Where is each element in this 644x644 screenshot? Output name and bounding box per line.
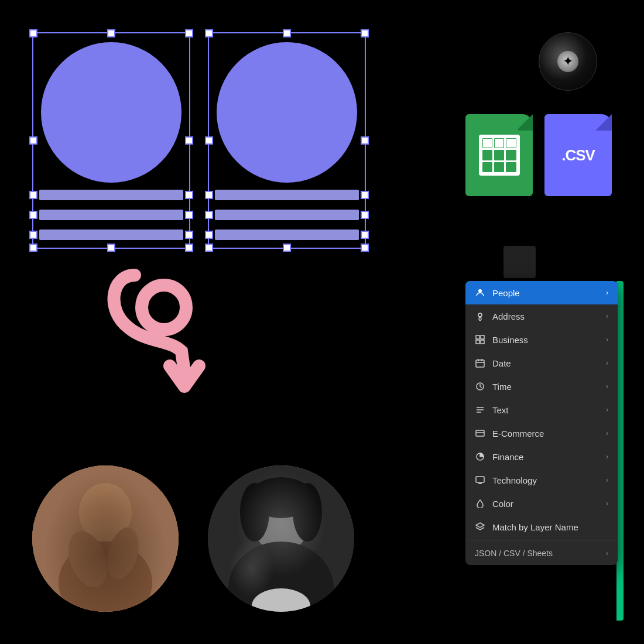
svg-rect-7 <box>208 465 354 612</box>
handle-bl-2[interactable] <box>205 244 213 252</box>
chevron-time: › <box>606 382 608 390</box>
circle-shape-1 <box>41 42 181 183</box>
dropdown-footer[interactable]: JSON / CSV / Sheets › <box>465 542 618 565</box>
dropdown-label-address: Address <box>492 311 599 321</box>
dropdown-item-address[interactable]: Address › <box>465 304 618 328</box>
row-handle-right-2b[interactable] <box>361 211 369 219</box>
plugin-icon-inner: ✦ <box>557 51 578 72</box>
svg-point-9 <box>249 477 313 518</box>
svg-rect-29 <box>476 430 484 436</box>
csv-file-icon[interactable]: .CSV <box>544 114 612 196</box>
chevron-color: › <box>606 499 608 508</box>
dropdown-footer-label: JSON / CSV / Sheets <box>475 549 600 558</box>
dropdown-label-matchlayer: Match by Layer Name <box>492 522 608 532</box>
svg-rect-6 <box>32 465 179 612</box>
row-handle-left-2c[interactable] <box>205 231 213 239</box>
circle-photo-1 <box>32 465 179 612</box>
dropdown-item-finance[interactable]: Finance › <box>465 445 618 468</box>
rect-row-2b <box>215 210 359 220</box>
row-handle-right-1c[interactable] <box>185 231 193 239</box>
dropdown-label-date: Date <box>492 358 599 368</box>
dropdown-footer-chevron: › <box>606 549 608 557</box>
dropdown-item-matchlayer[interactable]: Match by Layer Name <box>465 515 618 539</box>
handle-bl-1[interactable] <box>29 244 37 252</box>
handle-tl-2[interactable] <box>205 29 213 37</box>
svg-point-8 <box>252 483 310 553</box>
chevron-address: › <box>606 312 608 320</box>
dropdown-item-ecommerce[interactable]: E-Commerce › <box>465 422 618 445</box>
handle-tl-1[interactable] <box>29 29 37 37</box>
row-handle-left-2b[interactable] <box>205 211 213 219</box>
row-handle-left-2a[interactable] <box>205 191 213 199</box>
handle-tr-2[interactable] <box>361 29 369 37</box>
date-icon <box>475 358 485 368</box>
rect-row-1b <box>39 210 183 220</box>
svg-point-15 <box>478 289 482 293</box>
svg-point-2 <box>79 483 132 542</box>
sheets-grid <box>479 135 520 176</box>
svg-point-13 <box>252 588 310 612</box>
row-handle-right-2c[interactable] <box>361 231 369 239</box>
dropdown-label-ecommerce: E-Commerce <box>492 429 599 439</box>
ecommerce-icon <box>475 428 485 439</box>
canvas-area <box>32 32 383 261</box>
dropdown-label-technology: Technology <box>492 475 599 485</box>
handle-ml-2[interactable] <box>205 136 213 145</box>
dropdown-item-technology[interactable]: Technology › <box>465 468 618 492</box>
plugin-icon[interactable]: ✦ <box>539 32 597 91</box>
handle-bc-2[interactable] <box>283 244 291 252</box>
dropdown-item-people[interactable]: People › <box>465 281 618 304</box>
handle-bc-1[interactable] <box>107 244 115 252</box>
handle-ml-1[interactable] <box>29 136 37 145</box>
row-handle-left-1b[interactable] <box>29 211 37 219</box>
handle-br-1[interactable] <box>185 244 193 252</box>
handle-br-2[interactable] <box>361 244 369 252</box>
svg-point-4 <box>61 526 115 592</box>
circles-area <box>32 465 354 612</box>
time-icon <box>475 381 485 392</box>
handle-tc-1[interactable] <box>107 29 115 37</box>
rect-rows-1 <box>33 183 189 248</box>
circle-shape-2 <box>217 42 357 183</box>
row-handle-right-2a[interactable] <box>361 191 369 199</box>
plugin-icon-circle: ✦ <box>539 32 597 91</box>
chevron-date: › <box>606 359 608 367</box>
handle-tc-2[interactable] <box>283 29 291 37</box>
dropdown-item-text[interactable]: Text › <box>465 398 618 422</box>
dropdown-item-business[interactable]: Business › <box>465 328 618 351</box>
svg-rect-18 <box>481 335 484 339</box>
handle-mr-1[interactable] <box>185 136 193 145</box>
frame-group <box>32 32 366 249</box>
design-frame-2[interactable] <box>208 32 366 249</box>
address-icon <box>475 311 485 321</box>
people-icon <box>475 287 485 298</box>
csv-label: .CSV <box>561 146 595 165</box>
dropdown-item-color[interactable]: Color › <box>465 492 618 515</box>
row-handle-left-1a[interactable] <box>29 191 37 199</box>
svg-rect-1 <box>32 465 179 612</box>
dropdown-item-date[interactable]: Date › <box>465 351 618 375</box>
gender-arrow-symbol <box>100 263 234 410</box>
svg-rect-19 <box>476 340 479 344</box>
dropdown-item-time[interactable]: Time › <box>465 375 618 398</box>
rect-row-1c <box>39 229 183 240</box>
row-handle-right-1a[interactable] <box>185 191 193 199</box>
svg-point-0 <box>142 285 186 330</box>
google-sheets-icon[interactable] <box>465 114 533 196</box>
chevron-text: › <box>606 406 608 414</box>
design-frame-1[interactable] <box>32 32 190 249</box>
color-icon <box>475 498 485 509</box>
svg-rect-32 <box>476 477 484 482</box>
business-icon <box>475 334 485 345</box>
handle-mr-2[interactable] <box>361 136 369 145</box>
svg-point-3 <box>59 542 152 612</box>
svg-point-5 <box>102 524 144 583</box>
dropdown-label-people: People <box>492 288 599 298</box>
handle-tr-1[interactable] <box>185 29 193 37</box>
matchlayer-icon <box>475 522 485 532</box>
svg-point-10 <box>240 483 269 542</box>
row-handle-right-1b[interactable] <box>185 211 193 219</box>
finance-icon <box>475 451 485 462</box>
svg-rect-17 <box>476 335 479 339</box>
row-handle-left-1c[interactable] <box>29 231 37 239</box>
